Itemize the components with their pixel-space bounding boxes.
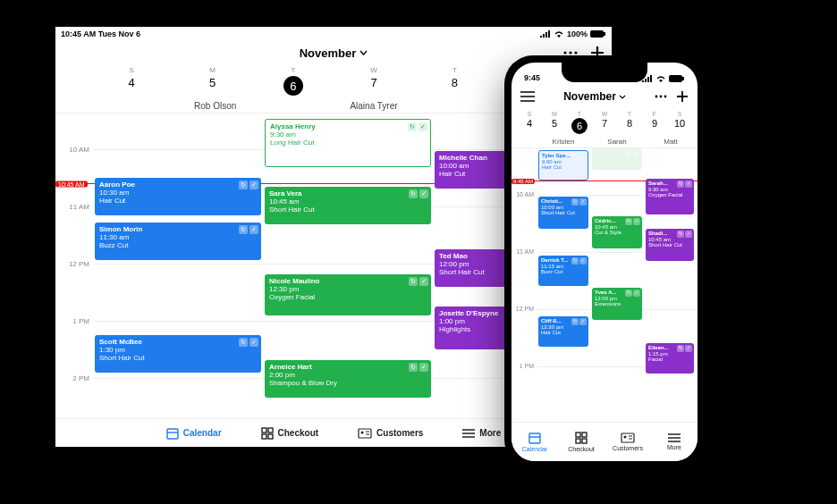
event-client: Aaron Poe bbox=[99, 181, 257, 189]
event-client: Arneice Hart bbox=[269, 363, 427, 371]
add-button[interactable] bbox=[676, 90, 689, 103]
phone-screen: 9:45 November bbox=[512, 63, 698, 461]
event-service: Shampoo & Blow Dry bbox=[269, 379, 427, 387]
phone-notch bbox=[562, 63, 647, 82]
week-day[interactable]: W7 bbox=[592, 111, 617, 134]
nav-customers[interactable]: Customers bbox=[358, 428, 423, 439]
hour-label: 1 PM bbox=[512, 363, 537, 369]
event-service: Hair Cut bbox=[99, 197, 257, 205]
menu-button[interactable] bbox=[520, 91, 535, 102]
day-letter: S bbox=[517, 111, 542, 117]
svg-point-24 bbox=[664, 96, 667, 98]
appointment-event[interactable]: ↻ ✓ Derrick T... 11:15 am Buzz Cut bbox=[538, 256, 588, 286]
nav-calendar[interactable]: Calendar bbox=[166, 427, 222, 440]
hour-label: 12 PM bbox=[55, 260, 93, 268]
nav-customers[interactable]: Customers bbox=[604, 423, 651, 461]
staff-name[interactable]: Kristen bbox=[537, 138, 590, 146]
day-number: 5 bbox=[542, 118, 567, 129]
staff-column: ↻ ✓ ↻ ✓ Cédric... 10:45 am Cut & Style ↻… bbox=[590, 148, 644, 416]
svg-rect-21 bbox=[682, 77, 684, 80]
day-letter: S bbox=[91, 66, 172, 74]
event-time: 10:00 am bbox=[541, 205, 586, 211]
staff-name[interactable]: Matt bbox=[644, 138, 698, 146]
calendar-grid[interactable]: 10 AM 11 AM 12 PM 1 PM 9:45 AM ↻ ✓ Tyler… bbox=[512, 148, 698, 416]
staff-name[interactable]: Rob Olson bbox=[136, 101, 294, 111]
week-day[interactable]: W7 bbox=[334, 66, 414, 96]
week-day[interactable]: T6 bbox=[567, 111, 592, 134]
svg-rect-10 bbox=[262, 428, 266, 433]
svg-rect-30 bbox=[621, 433, 634, 442]
event-time: 10:45 am bbox=[648, 237, 691, 243]
week-day[interactable]: F9 bbox=[642, 111, 667, 134]
day-number: 10 bbox=[667, 118, 692, 129]
week-day[interactable]: S4 bbox=[517, 111, 542, 134]
nav-more[interactable]: More bbox=[651, 423, 698, 461]
nav-label: Customers bbox=[376, 428, 423, 438]
staff-name[interactable]: Sarah bbox=[590, 138, 644, 146]
appointment-event[interactable]: ↻ ✓ Alyssa Henry 9:30 am Long Hair Cut bbox=[265, 119, 431, 167]
appointment-event[interactable]: ↻ ✓ Christi... 10:00 am Short Hair Cut bbox=[538, 197, 588, 229]
week-day[interactable]: M5 bbox=[542, 111, 567, 134]
appointment-event[interactable]: ↻ ✓ Sara Vera 10:45 am Short Hair Cut bbox=[265, 187, 431, 224]
more-button[interactable] bbox=[563, 51, 578, 55]
appointment-event[interactable]: ↻ ✓ Tyler Spe... 9:00 am Hair Cut bbox=[538, 150, 588, 181]
status-icons: 100% bbox=[540, 29, 606, 38]
staff-header: KristenSarahMatt bbox=[512, 134, 698, 148]
event-time: 9:30 am bbox=[270, 130, 426, 139]
more-button[interactable] bbox=[655, 95, 667, 98]
wifi-icon bbox=[554, 30, 564, 38]
signal-icon bbox=[540, 30, 551, 38]
week-day[interactable]: T8 bbox=[617, 111, 642, 134]
week-day[interactable]: M5 bbox=[172, 66, 252, 96]
month-picker-button[interactable]: November bbox=[563, 90, 626, 103]
svg-rect-12 bbox=[262, 434, 266, 439]
appointment-event[interactable]: ↻ ✓ bbox=[592, 148, 642, 170]
appointment-event[interactable]: ↻ ✓ Aaron Poe 10:30 am Hair Cut bbox=[95, 178, 261, 215]
nav-checkout[interactable]: Checkout bbox=[558, 423, 604, 461]
day-letter: M bbox=[172, 66, 252, 74]
battery-label: 100% bbox=[567, 29, 588, 38]
svg-point-6 bbox=[563, 51, 566, 54]
event-client: Scott McBee bbox=[99, 338, 257, 346]
day-letter: T bbox=[567, 111, 592, 117]
week-day[interactable]: S4 bbox=[91, 66, 172, 96]
appointment-event[interactable]: ↻ ✓ Shadi... 10:45 am Short Hair Cut bbox=[646, 229, 694, 261]
status-icons bbox=[642, 75, 685, 82]
check-icon: ✓ bbox=[633, 150, 640, 157]
nav-label: More bbox=[479, 428, 501, 438]
appointment-event[interactable]: ↻ ✓ Scott McBee 1:30 pm Short Hair Cut bbox=[95, 335, 261, 373]
week-day[interactable]: T8 bbox=[414, 66, 495, 96]
appointment-event[interactable]: ↻ ✓ Simon Morin 11:30 am Buzz Cut bbox=[95, 223, 261, 260]
appointment-event[interactable]: ↻ ✓ Cliff B... 12:30 pm Hair Cut bbox=[538, 316, 588, 347]
appointment-event[interactable]: ↻ ✓ Cédric... 10:45 am Cut & Style bbox=[592, 216, 642, 248]
nav-more[interactable]: More bbox=[462, 428, 501, 438]
month-picker-button[interactable]: November bbox=[300, 46, 368, 60]
nav-checkout[interactable]: Checkout bbox=[261, 427, 319, 440]
svg-rect-9 bbox=[167, 429, 178, 439]
event-time: 11:30 am bbox=[99, 233, 257, 241]
appointment-event[interactable]: ↻ ✓ Yves A... 12:00 pm Extensions bbox=[592, 288, 642, 320]
more-icon bbox=[668, 433, 681, 442]
wifi-icon bbox=[655, 75, 666, 82]
appointment-event[interactable]: ↻ ✓ Eileen... 1:15 pm Facial bbox=[646, 343, 694, 374]
svg-rect-26 bbox=[576, 433, 580, 437]
appointment-event[interactable]: ↻ ✓ Sarah... 9:30 am Oxygen Facial bbox=[646, 179, 694, 214]
hour-label: 1 PM bbox=[55, 317, 93, 325]
svg-rect-0 bbox=[540, 36, 542, 38]
svg-rect-2 bbox=[545, 32, 547, 38]
week-day[interactable]: T6 bbox=[253, 66, 334, 96]
week-day[interactable]: S10 bbox=[667, 111, 692, 134]
nav-calendar[interactable]: Calendar bbox=[512, 423, 558, 461]
event-service: Oxygen Facial bbox=[648, 192, 691, 198]
svg-rect-14 bbox=[359, 429, 371, 438]
appointment-event[interactable]: ↻ ✓ Arneice Hart 2:00 pm Shampoo & Blow … bbox=[265, 360, 431, 398]
event-service: Oxygen Facial bbox=[269, 293, 427, 301]
staff-name[interactable]: Alaina Tyrer bbox=[294, 101, 452, 111]
hour-label: 10 AM bbox=[55, 146, 93, 154]
status-time-date: 10:45 AM Tues Nov 6 bbox=[61, 29, 140, 38]
appointment-event[interactable]: ↻ ✓ Nicole Maulino 12:30 pm Oxygen Facia… bbox=[265, 274, 431, 315]
battery-icon bbox=[590, 30, 606, 38]
event-service: Cut & Style bbox=[595, 230, 639, 236]
event-service: Hair Cut bbox=[542, 164, 585, 171]
svg-rect-28 bbox=[576, 439, 580, 443]
